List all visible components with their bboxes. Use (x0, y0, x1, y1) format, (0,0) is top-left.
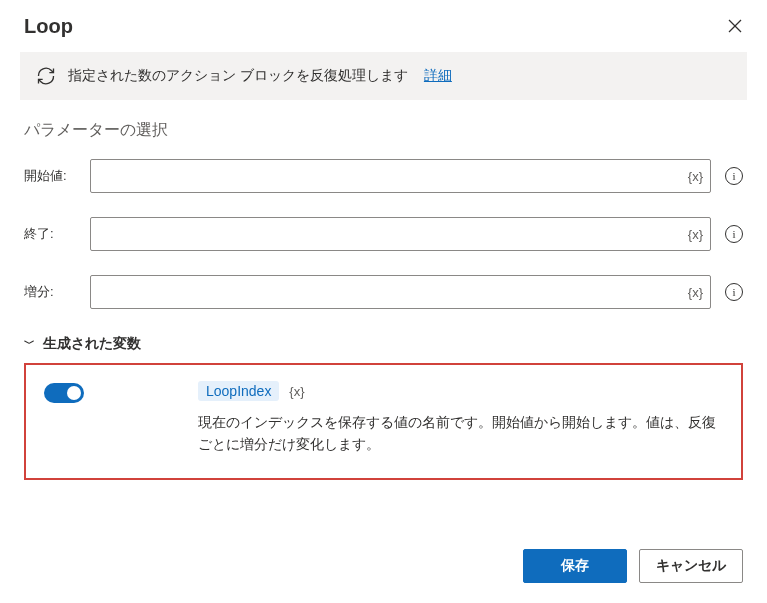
input-wrap: {x} (90, 217, 711, 251)
dialog-header: Loop (0, 0, 767, 48)
param-row-end: 終了: {x} i (24, 217, 743, 251)
loop-dialog: Loop 指定された数のアクション ブロックを反復処理します 詳細 パラメーター… (0, 0, 767, 603)
variable-picker-icon[interactable]: {x} (688, 169, 703, 184)
description-text: 指定された数のアクション ブロックを反復処理します (68, 67, 408, 85)
param-label: 終了: (24, 225, 76, 243)
variable-picker-icon[interactable]: {x} (688, 285, 703, 300)
end-input[interactable] (90, 217, 711, 251)
info-icon[interactable]: i (725, 283, 743, 301)
increment-input[interactable] (90, 275, 711, 309)
generated-var-content: LoopIndex {x} 現在のインデックスを保存する値の名前です。開始値から… (108, 381, 723, 456)
generated-vars-title: 生成された変数 (43, 335, 141, 353)
generated-var-toggle[interactable] (44, 383, 84, 403)
dialog-footer: 保存 キャンセル (0, 535, 767, 603)
close-button[interactable] (723, 14, 747, 38)
param-row-start: 開始値: {x} i (24, 159, 743, 193)
generated-var-name[interactable]: LoopIndex (198, 381, 279, 401)
generated-var-highlight: LoopIndex {x} 現在のインデックスを保存する値の名前です。開始値から… (24, 363, 743, 480)
params-section-title: パラメーターの選択 (24, 120, 743, 141)
content-area: パラメーターの選択 開始値: {x} i 終了: {x} i 増分: {x} i (0, 114, 767, 535)
info-icon[interactable]: i (725, 225, 743, 243)
param-label: 開始値: (24, 167, 76, 185)
save-button[interactable]: 保存 (523, 549, 627, 583)
dialog-title: Loop (24, 15, 73, 38)
input-wrap: {x} (90, 159, 711, 193)
variable-token-icon: {x} (289, 384, 304, 399)
details-link[interactable]: 詳細 (424, 67, 452, 85)
description-bar: 指定された数のアクション ブロックを反復処理します 詳細 (20, 52, 747, 100)
variable-picker-icon[interactable]: {x} (688, 227, 703, 242)
chevron-down-icon: ﹀ (24, 336, 35, 351)
generated-var-description: 現在のインデックスを保存する値の名前です。開始値から開始します。値は、反復ごとに… (198, 411, 723, 456)
input-wrap: {x} (90, 275, 711, 309)
generated-vars-header[interactable]: ﹀ 生成された変数 (24, 335, 743, 353)
start-input[interactable] (90, 159, 711, 193)
generated-var-row: LoopIndex {x} (198, 381, 723, 411)
info-icon[interactable]: i (725, 167, 743, 185)
cancel-button[interactable]: キャンセル (639, 549, 743, 583)
param-row-increment: 増分: {x} i (24, 275, 743, 309)
loop-icon (36, 66, 56, 86)
param-label: 増分: (24, 283, 76, 301)
